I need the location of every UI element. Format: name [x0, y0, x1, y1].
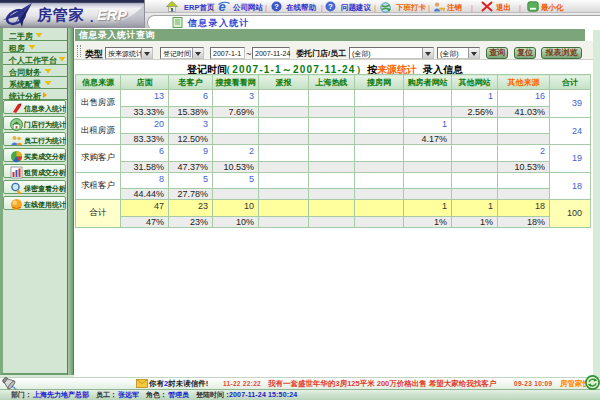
svg-text:?: ?	[274, 2, 279, 11]
svg-text:?: ?	[328, 2, 333, 11]
